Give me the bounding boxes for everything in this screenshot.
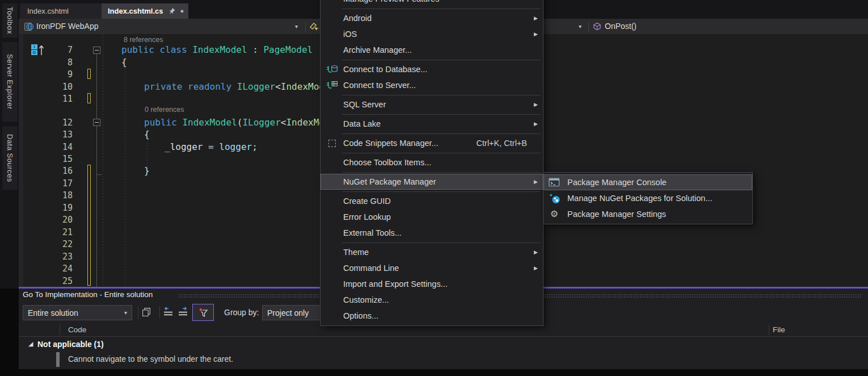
- line-number: 14: [47, 141, 73, 153]
- menu-item-label: Connect to Server...: [343, 81, 416, 90]
- submenu-arrow-icon: ▶: [534, 15, 538, 21]
- line-number: 23: [47, 250, 73, 263]
- menu-item-label: Choose Toolbox Items...: [343, 158, 431, 167]
- menu-item-code-snippets-manager[interactable]: Code Snippets Manager... Ctrl+K, Ctrl+B: [321, 135, 543, 151]
- menu-item-shortcut: Ctrl+K, Ctrl+B: [477, 139, 543, 148]
- menu-item-label: Connect to Database...: [343, 65, 427, 74]
- menu-item-connect-to-database[interactable]: Connect to Database...: [321, 61, 543, 77]
- line-number: 24: [47, 262, 73, 275]
- member-dropdown-value[interactable]: OnPost(): [605, 19, 637, 34]
- sidebar-tab-server-explorer[interactable]: Server Explorer: [2, 42, 18, 122]
- line-number: 12: [47, 116, 73, 129]
- tab-index-cshtml-cs[interactable]: Index.cshtml.cs ●: [102, 3, 188, 19]
- up-arrow-icon: [39, 44, 44, 56]
- codelens-references-link[interactable]: 8 references: [124, 35, 163, 44]
- outline-end-tick: [96, 174, 102, 175]
- menu-item-error-lookup[interactable]: Error Lookup: [321, 209, 543, 225]
- menu-item-connect-to-server[interactable]: Connect to Server...: [321, 77, 543, 93]
- menu-item-customize[interactable]: Customize...: [321, 292, 543, 308]
- result-item-bar: [56, 352, 60, 367]
- menu-item-external-tools[interactable]: External Tools...: [321, 225, 543, 241]
- column-header-code[interactable]: Code: [68, 324, 86, 336]
- menu-item-data-lake[interactable]: Data Lake▶: [321, 116, 543, 132]
- menu-item-command-line[interactable]: Command Line▶: [321, 260, 543, 276]
- line-number: 19: [47, 202, 73, 214]
- token: }: [144, 165, 150, 176]
- web-project-icon: [24, 22, 34, 34]
- tab-label: Index.cshtml: [27, 7, 69, 15]
- outline-line: [96, 54, 97, 287]
- nuget-icon: [548, 193, 561, 204]
- submenu-item-package-manager-settings[interactable]: ⚙ Package Manager Settings: [543, 206, 752, 222]
- bottom-left-filler: [0, 289, 19, 376]
- token: {: [121, 57, 127, 68]
- line-number: 21: [47, 226, 73, 239]
- submenu-item-manage-nuget-packages[interactable]: Manage NuGet Packages for Solution...: [543, 190, 752, 206]
- token: :: [247, 44, 264, 55]
- menu-item-theme[interactable]: Theme▶: [321, 244, 543, 260]
- code-line-7: public class IndexModel : PageModel: [121, 44, 313, 56]
- line-number: 25: [47, 275, 73, 287]
- copy-button[interactable]: [142, 307, 151, 317]
- filter-toggle-button[interactable]: [192, 304, 214, 321]
- menu-item-android[interactable]: Android▶: [321, 10, 543, 26]
- menu-item-label: Manage Preview Features: [343, 0, 439, 3]
- edit-pencil-icon[interactable]: [309, 22, 320, 34]
- token: {: [144, 129, 150, 140]
- scope-dropdown[interactable]: Entire solution ▾: [23, 305, 132, 320]
- pin-icon[interactable]: [168, 8, 175, 15]
- gear-icon: ⚙: [548, 208, 561, 220]
- column-header-file[interactable]: File: [773, 324, 785, 336]
- menu-item-choose-toolbox-items[interactable]: Choose Toolbox Items...: [321, 154, 543, 170]
- sidebar-tab-toolbox[interactable]: Toolbox: [2, 3, 18, 37]
- menu-item-label: Data Lake: [343, 119, 381, 128]
- menu-item-ios[interactable]: iOS▶: [321, 26, 543, 42]
- token: ;: [252, 141, 258, 152]
- bottom-filler: [0, 369, 868, 376]
- submenu-arrow-icon: ▶: [534, 249, 538, 255]
- tab-label: Index.cshtml.cs: [108, 7, 163, 15]
- result-group-row[interactable]: Not applicable (1): [37, 340, 104, 349]
- menu-item-label: Archive Manager...: [343, 45, 412, 55]
- menu-item-label: NuGet Package Manager: [343, 177, 436, 186]
- line-number: 20: [47, 214, 73, 226]
- panel-title: Go To Implementation - Entire solution: [23, 290, 153, 299]
- method-cube-icon: [593, 22, 601, 33]
- code-line-13: {: [144, 128, 150, 141]
- submenu-arrow-icon: ▶: [534, 102, 538, 107]
- change-bar: [87, 165, 91, 286]
- token: IndexModel: [192, 44, 247, 55]
- fold-collapse-box[interactable]: [93, 47, 100, 54]
- line-number: 15: [47, 153, 73, 165]
- io-icon-bottom: O: [31, 50, 37, 55]
- token: logger: [219, 141, 252, 152]
- project-dropdown-caret-icon[interactable]: ▾: [295, 19, 298, 34]
- type-dropdown-caret-icon[interactable]: ▾: [579, 19, 582, 34]
- sidebar-tab-data-sources[interactable]: Data Sources: [2, 126, 18, 190]
- menu-item-sql-server[interactable]: SQL Server▶: [321, 97, 543, 112]
- project-dropdown-value[interactable]: IronPDF WebApp: [36, 19, 98, 34]
- line-number: 22: [47, 238, 73, 250]
- token: <: [275, 81, 281, 92]
- submenu-item-package-manager-console[interactable]: Package Manager Console: [543, 174, 752, 190]
- next-location-button[interactable]: [178, 307, 189, 316]
- menu-item-label: Code Snippets Manager...: [343, 139, 439, 148]
- menu-item-options[interactable]: Options...: [321, 308, 543, 324]
- menu-item-label: Package Manager Settings: [567, 210, 666, 219]
- menu-item-label: iOS: [343, 30, 357, 39]
- previous-location-button[interactable]: [163, 307, 174, 316]
- codelens-references-link[interactable]: 0 references: [145, 105, 184, 114]
- fold-collapse-box[interactable]: [93, 119, 100, 126]
- tab-index-cshtml[interactable]: Index.cshtml: [20, 3, 102, 19]
- menu-item-nuget-package-manager[interactable]: NuGet Package Manager▶: [321, 174, 543, 190]
- submenu-arrow-icon: ▶: [534, 31, 538, 37]
- menu-item-manage-preview-features[interactable]: Manage Preview Features: [321, 0, 543, 7]
- group-expander-icon[interactable]: ◢: [28, 340, 33, 348]
- menu-item-import-export-settings[interactable]: Import and Export Settings...: [321, 276, 543, 292]
- group-by-label: Group by:: [224, 308, 259, 317]
- tab-modified-dot-icon[interactable]: ●: [180, 8, 184, 14]
- line-number: 17: [47, 177, 73, 190]
- result-message-row[interactable]: Cannot navigate to the symbol under the …: [68, 354, 233, 364]
- menu-item-create-guid[interactable]: Create GUID: [321, 193, 543, 209]
- menu-item-archive-manager[interactable]: Archive Manager...: [321, 42, 543, 58]
